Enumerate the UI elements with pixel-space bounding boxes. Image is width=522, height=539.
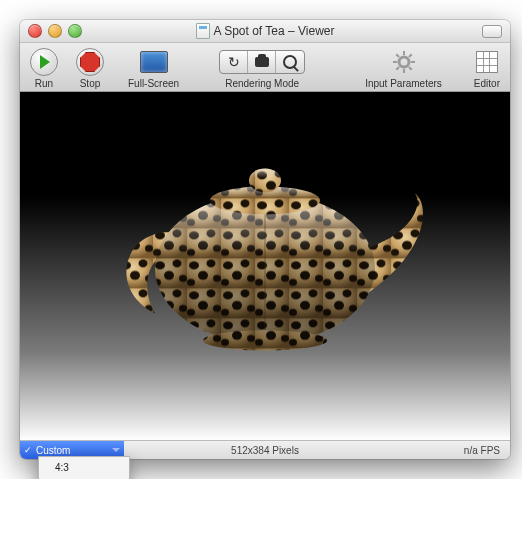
svg-rect-6	[395, 66, 399, 70]
run-label: Run	[35, 78, 53, 89]
editor-group: Editor	[474, 47, 500, 89]
input-parameters-group: Input Parameters	[365, 47, 442, 89]
render-viewport[interactable]	[20, 92, 510, 440]
gear-icon	[392, 50, 416, 74]
window-title: A Spot of Tea – Viewer	[20, 23, 510, 39]
svg-point-24	[203, 330, 327, 350]
titlebar: A Spot of Tea – Viewer	[20, 20, 510, 43]
aspect-option[interactable]: 16:9	[39, 476, 129, 479]
editor-label: Editor	[474, 78, 500, 89]
toolbar-toggle-button[interactable]	[482, 25, 502, 38]
close-window-button[interactable]	[28, 24, 42, 38]
fullscreen-group: Full-Screen	[128, 47, 179, 89]
rendering-mode-segmented: ↻	[219, 50, 305, 74]
svg-point-0	[399, 57, 409, 67]
run-button[interactable]	[30, 48, 58, 76]
rendering-mode-reload-button[interactable]: ↻	[220, 51, 248, 73]
aspect-preset-menu: 4:3 16:9 16:10 DV NTSC DV PAL HD 720 HD …	[38, 456, 130, 479]
toolbar: Run Stop Full-Screen ↻	[20, 43, 510, 92]
svg-rect-4	[411, 61, 415, 63]
play-icon	[40, 55, 50, 69]
input-parameters-label: Input Parameters	[365, 78, 442, 89]
aspect-option[interactable]: 4:3	[39, 460, 129, 476]
fullscreen-label: Full-Screen	[128, 78, 179, 89]
svg-rect-3	[393, 61, 397, 63]
viewer-window: A Spot of Tea – Viewer Run Stop	[20, 20, 510, 459]
stop-group: Stop	[76, 47, 104, 89]
svg-rect-7	[395, 54, 399, 58]
run-group: Run	[30, 47, 58, 89]
rendering-mode-zoom-button[interactable]	[276, 51, 304, 73]
teapot-render	[85, 138, 445, 358]
rendering-mode-label: Rendering Mode	[225, 78, 299, 89]
window-title-text: A Spot of Tea – Viewer	[214, 24, 335, 38]
stop-button[interactable]	[76, 48, 104, 76]
camera-icon	[255, 57, 269, 67]
window-controls	[28, 24, 82, 38]
svg-rect-5	[408, 54, 412, 58]
svg-point-22	[249, 168, 281, 192]
svg-rect-2	[403, 69, 405, 73]
rendering-mode-group: ↻ Rendering Mode	[219, 47, 305, 89]
svg-rect-8	[408, 66, 412, 70]
minimize-window-button[interactable]	[48, 24, 62, 38]
svg-rect-1	[403, 51, 405, 55]
input-parameters-button[interactable]	[392, 50, 416, 74]
fullscreen-button[interactable]	[140, 51, 168, 73]
refresh-icon: ↻	[228, 54, 240, 70]
document-icon	[196, 23, 210, 39]
fps-readout: n/a FPS	[464, 445, 510, 456]
rendering-mode-camera-button[interactable]	[248, 51, 276, 73]
magnifier-icon	[283, 55, 297, 69]
zoom-window-button[interactable]	[68, 24, 82, 38]
stop-icon	[80, 52, 100, 72]
editor-button[interactable]	[476, 51, 498, 73]
aspect-preset-selected: Custom	[36, 445, 70, 456]
stop-label: Stop	[80, 78, 101, 89]
